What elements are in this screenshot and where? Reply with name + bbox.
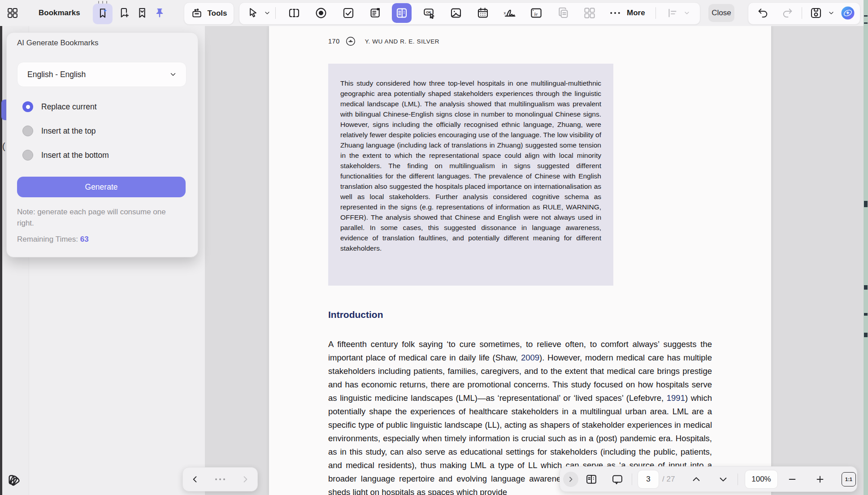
initials-glyph: le [534,12,538,17]
alignment-tool-icon [664,0,681,26]
back-icon[interactable] [191,475,200,484]
citation-link[interactable]: 1991 [667,393,685,403]
date-field-tool-icon[interactable] [475,0,491,26]
zoom-out-icon[interactable] [783,467,801,491]
ai-assistant-icon[interactable] [839,0,856,26]
app-launcher-icon[interactable] [4,0,22,26]
dropdown-tool-icon[interactable] [367,0,383,26]
generate-label: Generate [85,182,118,192]
running-head-text: Y. WU AND R. E. SILVER [365,38,440,45]
push-button-tool-icon[interactable]: OK [421,0,437,26]
radio-button-tool-icon[interactable] [313,0,329,26]
presentation-icon[interactable] [609,467,625,491]
close-button[interactable]: Close [708,4,734,22]
option-label: Replace current [41,102,97,112]
zoom-value: 100% [751,475,771,484]
zoom-in-icon[interactable] [811,467,829,491]
top-toolbar: Bookmarks [0,0,864,26]
alignment-chevron-icon [681,0,692,26]
running-head: 170 Y. WU AND R. E. SILVER [328,36,439,47]
remaining-label: Remaining Times: [17,235,78,243]
page-folio: 170 [328,38,340,45]
toolbox-icon [191,7,203,20]
bar-divider [632,473,632,485]
radio-unselected[interactable] [22,150,33,161]
sidebar-partial-glyph: ( [2,141,5,152]
zoom-level-box[interactable]: 100% [745,470,778,489]
radio-unselected[interactable] [22,126,33,136]
remaining-value: 63 [80,235,89,243]
toolbar-divider [655,7,656,19]
journal-logo-icon [345,36,356,47]
background-window-sliver [864,0,868,495]
add-bookmark-icon[interactable] [116,0,133,26]
pdf-page: 170 Y. WU AND R. E. SILVER This study co… [269,26,771,495]
option-label: Insert at the bottom [41,151,109,160]
tools-label: Tools [207,9,227,18]
checkbox-tool-icon[interactable] [340,0,356,26]
previous-page-icon[interactable] [687,467,705,491]
more-ellipsis-icon[interactable] [606,0,624,26]
option-insert-bottom[interactable]: Insert at the bottom [22,149,109,161]
option-replace-current[interactable]: Replace current [22,101,97,113]
radio-selected[interactable] [22,101,33,112]
expand-bookmarks-icon[interactable] [134,0,151,26]
abstract-box: This study considered how three top-leve… [328,64,613,286]
text-field-tool-icon[interactable] [286,0,302,26]
select-tool-icon[interactable] [245,0,261,26]
consume-note: Note: generate each page will consume on… [17,206,174,229]
option-insert-top[interactable]: Insert at the top [22,125,96,137]
signature-field-tool-icon[interactable]: x [501,0,518,26]
generate-button[interactable]: Generate [17,177,186,197]
page-zoom-bar: / 27 100% 1:1 [560,466,857,492]
initials-field-tool-icon[interactable]: le [528,0,544,26]
abstract-text: This study considered how three top-leve… [328,64,613,268]
image-tool-icon[interactable] [448,0,464,26]
arrange-fields-icon [582,0,598,26]
select-tool-chevron-icon[interactable] [262,0,273,26]
app-window: ( 170 Y. WU AND R. E. SILVER This study … [0,0,868,495]
toolbar-divider [802,7,802,19]
more-label[interactable]: More [627,0,645,26]
language-value: English - English [27,70,169,79]
save-icon[interactable] [808,0,824,26]
ai-bookmark-button[interactable] [93,0,113,26]
history-nav-bar [182,467,258,491]
page-view-icon[interactable] [583,467,599,491]
undo-icon[interactable] [755,0,771,26]
toolbar-divider [275,7,276,19]
chevron-down-icon [169,70,177,78]
page-total: / 27 [662,467,675,491]
chevron-right-icon [567,476,574,483]
ai-bookmark-rays [93,1,113,4]
signature-x-glyph: x [503,11,506,15]
panel-title: AI Generate Bookmarks [17,39,98,48]
color-palette-fan-icon[interactable] [5,470,23,490]
next-page-icon[interactable] [714,467,732,491]
pin-icon[interactable] [151,0,169,26]
section-heading: Introduction [328,309,383,320]
remaining-times: Remaining Times: 63 [17,235,89,244]
language-select[interactable]: English - English [17,62,187,87]
list-box-tool-icon[interactable] [392,0,412,26]
duplicate-tool-icon [555,0,571,26]
bookmarks-title: Bookmarks [39,0,80,26]
actual-size-button[interactable]: 1:1 [841,467,857,491]
bar-divider [738,473,738,485]
one-to-one-icon: 1:1 [842,472,856,486]
nav-ellipsis-icon[interactable] [215,478,225,480]
redo-icon [779,0,795,26]
forward-icon [241,475,250,484]
close-label: Close [712,9,731,17]
page-number-input[interactable] [638,470,659,489]
option-label: Insert at the top [41,126,96,136]
tools-button[interactable]: Tools [184,2,234,25]
collapse-bar-button[interactable] [563,467,578,491]
citation-link[interactable]: 2009 [521,353,539,362]
save-chevron-icon[interactable] [826,0,837,26]
